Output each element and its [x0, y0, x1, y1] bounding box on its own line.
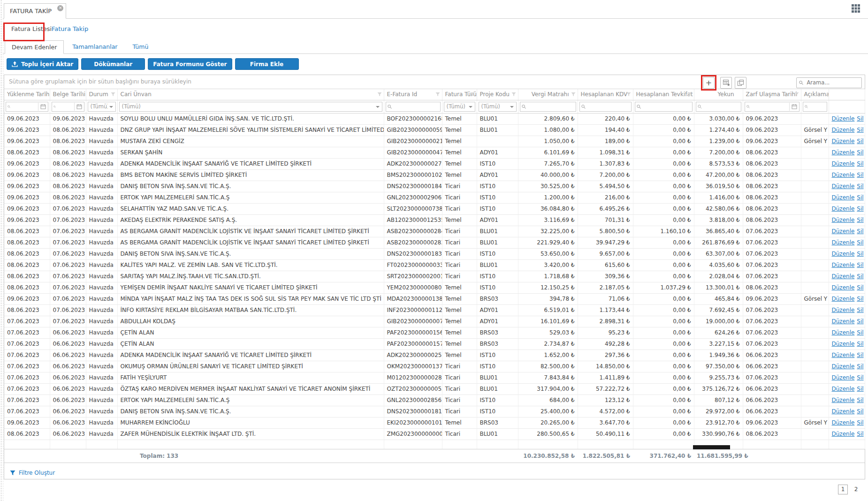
filter-funnel-icon[interactable] — [687, 92, 692, 97]
invoice-row[interactable]: 07.06.202306.06.2023HavuzdaERTOK YAPI MA… — [4, 395, 865, 406]
edit-link[interactable]: Düzenle — [832, 307, 855, 313]
pager-page-1[interactable]: 1 — [838, 485, 848, 494]
column-header-tevkifat[interactable]: Hesaplanan Tevkifat — [633, 89, 694, 100]
filter-input-aciklama[interactable] — [809, 103, 825, 110]
column-chooser-button[interactable] — [735, 77, 746, 89]
invoice-row[interactable]: 08.06.202306.06.2023HavuzdaZAFER MÜHENDİ… — [4, 428, 865, 440]
edit-link[interactable]: Düzenle — [832, 397, 855, 403]
edit-link[interactable]: Düzenle — [832, 228, 855, 235]
delete-link[interactable]: Sil — [857, 250, 863, 257]
filter-funnel-icon[interactable] — [79, 92, 84, 97]
delete-link[interactable]: Sil — [857, 352, 863, 358]
calendar-button-zarf[interactable] — [789, 103, 798, 111]
invoice-row[interactable]: 07.06.202306.06.2023HavuzdaÇETİN ALANPAF… — [4, 338, 865, 349]
view-tab-tumu[interactable]: Tümü — [126, 40, 155, 53]
invoice-row[interactable]: 09.06.202306.06.2023HavuzdaMUHARREM EKİN… — [4, 417, 865, 428]
delete-link[interactable]: Sil — [857, 296, 863, 302]
column-header-durum[interactable]: Durum — [86, 89, 117, 100]
filter-input-tevkifat[interactable] — [642, 103, 691, 110]
edit-link[interactable]: Düzenle — [832, 318, 855, 325]
delete-link[interactable]: Sil — [857, 318, 863, 325]
filter-funnel-icon[interactable] — [470, 92, 475, 97]
filter-select-durum[interactable]: (Tümü) — [88, 102, 116, 112]
view-tab-devam-edenler[interactable]: Devam Edenler — [5, 40, 64, 54]
delete-link[interactable]: Sil — [857, 149, 863, 156]
invoice-row[interactable]: 07.06.202306.06.2023HavuzdaÖZTAŞ KARO ME… — [4, 383, 865, 395]
invoice-row[interactable]: 09.06.202307.06.2023HavuzdaSELAHATTİN YA… — [4, 203, 865, 214]
edit-link[interactable]: Düzenle — [832, 172, 855, 178]
calendar-button-yuklenme[interactable] — [38, 103, 46, 111]
invoice-row[interactable]: 09.06.202308.06.2023HavuzdaADENKA MADENC… — [4, 158, 865, 169]
edit-link[interactable]: Düzenle — [832, 239, 855, 246]
column-header-aciklama[interactable]: Açıklama — [801, 89, 829, 100]
invoice-row[interactable]: 07.06.202306.06.2023HavuzdaOKUMUŞ ORMAN … — [4, 361, 865, 372]
column-header-yekun[interactable]: Yekun — [694, 89, 743, 100]
invoice-row[interactable]: 09.06.202307.06.2023HavuzdaAKEDAŞ ELEKTR… — [4, 214, 865, 226]
invoice-row[interactable]: 08.06.202307.06.2023HavuzdaAS BERGAMA GR… — [4, 226, 865, 237]
document-tab-fatura-takip[interactable]: FATURA TAKİP ✕ — [4, 3, 66, 19]
column-header-proje[interactable]: Proje Kodu — [477, 89, 518, 100]
filter-select-tur[interactable]: (Tümü) — [444, 102, 475, 112]
invoice-row[interactable]: 07.06.202306.06.2023HavuzdaDANIŞ BETON S… — [4, 406, 865, 417]
filter-funnel-icon[interactable] — [111, 92, 115, 97]
edit-link[interactable]: Düzenle — [832, 352, 855, 358]
delete-link[interactable]: Sil — [857, 408, 863, 415]
filter-funnel-icon[interactable] — [511, 92, 516, 97]
search-input[interactable] — [806, 79, 859, 86]
column-header-efatura[interactable]: E-Fatura Id — [384, 89, 442, 100]
edit-link[interactable]: Düzenle — [832, 408, 855, 415]
action-button-0[interactable]: Toplu İçeri Aktar — [7, 58, 78, 70]
filter-funnel-icon[interactable] — [571, 92, 576, 97]
edit-link[interactable]: Düzenle — [832, 217, 855, 223]
invoice-row[interactable]: 08.06.202308.06.2023HavuzdaSERKAN ŞAHİNG… — [4, 147, 865, 158]
delete-link[interactable]: Sil — [857, 183, 863, 190]
invoice-row[interactable]: 09.06.202308.06.2023HavuzdaERTOK YAPI MA… — [4, 192, 865, 203]
filter-funnel-icon[interactable] — [435, 92, 440, 97]
action-button-3[interactable]: Firma Ekle — [235, 58, 299, 70]
edit-link[interactable]: Düzenle — [832, 284, 855, 291]
edit-link[interactable]: Düzenle — [832, 431, 855, 437]
edit-link[interactable]: Düzenle — [832, 194, 855, 201]
filter-funnel-icon[interactable] — [377, 92, 382, 97]
delete-link[interactable]: Sil — [857, 341, 863, 347]
edit-link[interactable]: Düzenle — [832, 149, 855, 156]
column-header-tur[interactable]: Fatura Türü — [442, 89, 477, 100]
invoice-row[interactable]: 09.06.202308.06.2023HavuzdaMUSTAFA ZEKİ … — [4, 136, 865, 147]
filter-input-zarf[interactable] — [751, 103, 788, 110]
edit-link[interactable]: Düzenle — [832, 262, 855, 268]
action-button-1[interactable]: Dökümanlar — [81, 58, 145, 70]
edit-link[interactable]: Düzenle — [832, 160, 855, 167]
invoice-row[interactable]: 07.06.202306.06.2023HavuzdaFATİH YEŞİLYU… — [4, 372, 865, 383]
nav-link-fatura-takip[interactable]: Fatura Takip — [52, 25, 88, 32]
column-header-matrah[interactable]: Vergi Matrahı — [518, 89, 578, 100]
edit-link[interactable]: Düzenle — [832, 363, 855, 370]
filter-funnel-icon[interactable] — [794, 92, 799, 97]
edit-link[interactable]: Düzenle — [832, 273, 855, 280]
delete-link[interactable]: Sil — [857, 329, 863, 336]
invoice-row[interactable]: 07.06.202306.06.2023HavuzdaÇETİN ALANPAF… — [4, 327, 865, 338]
action-button-2[interactable]: Fatura Formunu Göster — [148, 58, 232, 70]
column-header-belge[interactable]: Belge Tarihi — [50, 89, 86, 100]
invoice-row[interactable]: 08.06.202307.06.2023HavuzdaAS BERGAMA GR… — [4, 237, 865, 248]
edit-link[interactable]: Düzenle — [832, 341, 855, 347]
edit-link[interactable]: Düzenle — [832, 250, 855, 257]
edit-link[interactable]: Düzenle — [832, 115, 855, 122]
delete-link[interactable]: Sil — [857, 386, 863, 392]
edit-link[interactable]: Düzenle — [832, 374, 855, 381]
filter-input-belge[interactable] — [57, 103, 73, 110]
filter-input-kdv[interactable] — [587, 103, 630, 110]
invoice-row[interactable]: 08.06.202307.06.2023HavuzdaİNFO KIRTASİY… — [4, 304, 865, 316]
delete-link[interactable]: Sil — [857, 160, 863, 167]
invoice-row[interactable]: 09.06.202309.06.2023HavuzdaSOYLU BOLU UN… — [4, 113, 865, 124]
filter-input-yuklenme[interactable] — [12, 103, 36, 110]
filter-select-proje[interactable]: (Tümü) — [479, 102, 517, 112]
edit-link[interactable]: Düzenle — [832, 138, 855, 144]
invoice-row[interactable]: 09.06.202308.06.2023HavuzdaDNZ GRUP YAPI… — [4, 124, 865, 136]
invoice-row[interactable]: 09.06.202308.06.2023HavuzdaDANIŞ BETON S… — [4, 181, 865, 192]
delete-link[interactable]: Sil — [857, 127, 863, 133]
view-tab-tamamlananlar[interactable]: Tamamlananlar — [66, 40, 124, 53]
edit-link[interactable]: Düzenle — [832, 205, 855, 212]
delete-link[interactable]: Sil — [857, 363, 863, 370]
edit-link[interactable]: Düzenle — [832, 127, 855, 133]
edit-link[interactable]: Düzenle — [832, 296, 855, 302]
